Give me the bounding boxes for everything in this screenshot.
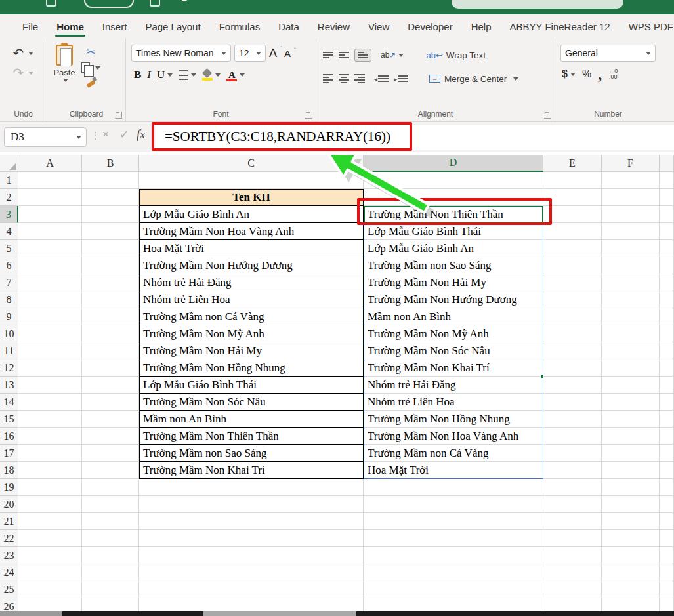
- row-header-3[interactable]: 3: [0, 206, 18, 223]
- cell-C1[interactable]: [139, 172, 364, 189]
- copy-button[interactable]: [81, 62, 100, 73]
- cell-B21[interactable]: [82, 513, 139, 530]
- cell-partial-16[interactable]: [660, 428, 674, 445]
- cell-B12[interactable]: [82, 359, 139, 377]
- cell-A6[interactable]: [18, 257, 82, 274]
- cell-F6[interactable]: [602, 257, 660, 274]
- cell-B15[interactable]: [82, 411, 139, 428]
- cell-F20[interactable]: [602, 496, 660, 513]
- accounting-format-button[interactable]: $: [562, 68, 576, 80]
- cell-E3[interactable]: [543, 206, 602, 223]
- cell-F4[interactable]: [602, 223, 660, 240]
- cell-D10[interactable]: Trường Mầm Non Mỹ Anh: [364, 325, 543, 342]
- cell-E10[interactable]: [543, 325, 602, 342]
- cell-B6[interactable]: [82, 257, 139, 274]
- cell-D17[interactable]: Trường Mầm non Cá Vàng: [364, 445, 543, 462]
- alignment-dialog-launcher[interactable]: [544, 112, 551, 119]
- cell-D15[interactable]: Trường Mầm Non Hồng Nhung: [364, 411, 543, 428]
- cell-D6[interactable]: Trường Mầm non Sao Sáng: [364, 257, 543, 274]
- cell-E17[interactable]: [543, 445, 602, 462]
- cell-A1[interactable]: [18, 172, 82, 189]
- cell-A22[interactable]: [18, 530, 82, 547]
- cell-partial-15[interactable]: [660, 411, 674, 428]
- cell-partial-17[interactable]: [660, 445, 674, 462]
- row-header-12[interactable]: 12: [0, 359, 18, 377]
- row-header-21[interactable]: 21: [0, 513, 18, 530]
- cell-B23[interactable]: [82, 547, 139, 564]
- cell-B20[interactable]: [82, 496, 139, 513]
- column-header-A[interactable]: A: [18, 155, 82, 172]
- cell-partial-23[interactable]: [660, 547, 674, 564]
- comma-style-button[interactable]: ,: [598, 70, 602, 79]
- menu-tab-insert[interactable]: Insert: [93, 14, 137, 38]
- font-size-select[interactable]: 12: [234, 45, 266, 62]
- cell-B4[interactable]: [82, 223, 139, 240]
- cell-A15[interactable]: [18, 411, 82, 428]
- cell-B8[interactable]: [82, 291, 139, 308]
- save-icon[interactable]: [46, 0, 56, 7]
- column-header-F[interactable]: F: [602, 155, 660, 172]
- cell-D8[interactable]: Trường Mầm Non Hướng Dương: [364, 291, 543, 308]
- search-box[interactable]: [452, 0, 623, 9]
- cell-F21[interactable]: [602, 513, 660, 530]
- cell-partial-14[interactable]: [660, 394, 674, 411]
- row-header-23[interactable]: 23: [0, 547, 18, 564]
- clipboard-dialog-launcher[interactable]: [115, 112, 122, 119]
- cell-D14[interactable]: Nhóm trẻ Liên Hoa: [364, 394, 543, 411]
- select-all-corner[interactable]: [0, 155, 18, 172]
- font-name-select[interactable]: Times New Roman: [131, 45, 231, 62]
- cell-partial-11[interactable]: [660, 342, 674, 359]
- cell-C23[interactable]: [139, 547, 364, 564]
- row-header-9[interactable]: 9: [0, 308, 18, 325]
- row-header-5[interactable]: 5: [0, 240, 18, 257]
- cell-A12[interactable]: [18, 359, 82, 377]
- cell-F16[interactable]: [602, 428, 660, 445]
- cell-E15[interactable]: [543, 411, 602, 428]
- fill-color-button[interactable]: [202, 70, 221, 81]
- row-header-25[interactable]: 25: [0, 581, 18, 598]
- insert-function-button[interactable]: fx: [137, 128, 145, 142]
- cell-C22[interactable]: [139, 530, 364, 547]
- cell-partial-18[interactable]: [660, 462, 674, 479]
- cell-E5[interactable]: [543, 240, 602, 257]
- cell-F9[interactable]: [602, 308, 660, 325]
- menu-tab-data[interactable]: Data: [269, 14, 308, 38]
- cell-partial-21[interactable]: [660, 513, 674, 530]
- number-format-select[interactable]: General: [560, 45, 656, 62]
- cell-A24[interactable]: [18, 564, 82, 581]
- cell-B11[interactable]: [82, 342, 139, 359]
- cell-D20[interactable]: [364, 496, 543, 513]
- align-left-button[interactable]: [323, 74, 333, 83]
- cell-partial-1[interactable]: [660, 172, 674, 189]
- row-header-14[interactable]: 14: [0, 394, 18, 411]
- column-header-C[interactable]: C: [139, 155, 364, 172]
- cell-D11[interactable]: Trường Mầm Non Sóc Nâu: [364, 342, 543, 359]
- borders-button[interactable]: [179, 70, 196, 80]
- autosave-toggle[interactable]: [84, 0, 134, 8]
- cell-D9[interactable]: Mầm non An Bình: [364, 308, 543, 325]
- cell-partial-6[interactable]: [660, 257, 674, 274]
- cell-B3[interactable]: [82, 206, 139, 223]
- menu-tab-wps-pdf[interactable]: WPS PDF: [620, 14, 674, 38]
- cell-A11[interactable]: [18, 342, 82, 359]
- cell-B7[interactable]: [82, 274, 139, 291]
- menu-tab-review[interactable]: Review: [308, 14, 359, 38]
- cell-C11[interactable]: Trường Mầm Non Hải My: [139, 342, 364, 359]
- menu-tab-file[interactable]: File: [13, 14, 47, 38]
- cell-D22[interactable]: [364, 530, 543, 547]
- cell-A7[interactable]: [18, 274, 82, 291]
- cell-B13[interactable]: [82, 377, 139, 394]
- menu-tab-home[interactable]: Home: [47, 14, 93, 38]
- cell-C19[interactable]: [139, 479, 364, 496]
- cell-E25[interactable]: [543, 581, 602, 598]
- font-color-button[interactable]: A: [226, 69, 245, 81]
- cell-F22[interactable]: [602, 530, 660, 547]
- cell-D16[interactable]: Trường Mầm Non Hoa Vàng Anh: [364, 428, 543, 445]
- cell-partial-9[interactable]: [660, 308, 674, 325]
- row-header-2[interactable]: 2: [0, 189, 18, 206]
- cell-E22[interactable]: [543, 530, 602, 547]
- italic-button[interactable]: I: [147, 68, 151, 81]
- cell-C15[interactable]: Mầm non An Bình: [139, 411, 364, 428]
- row-header-16[interactable]: 16: [0, 428, 18, 445]
- formula-input[interactable]: =SORTBY(C3:C18,RANDARRAY(16)): [153, 125, 674, 150]
